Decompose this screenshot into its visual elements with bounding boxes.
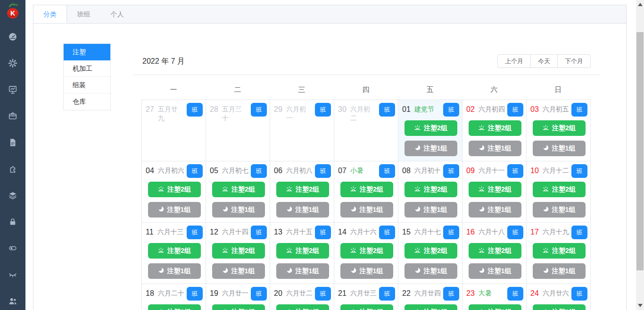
shift-badge-button[interactable]: 班: [251, 164, 267, 178]
day-shift-button[interactable]: 注塑2组: [533, 304, 586, 310]
day-cell-29[interactable]: 29六月初一班: [270, 100, 334, 161]
night-shift-button[interactable]: 注塑1组: [212, 202, 265, 218]
day-cell-14[interactable]: 14六月十六班注塑2组注塑1组: [334, 223, 398, 284]
night-shift-button[interactable]: 注塑1组: [405, 202, 457, 218]
day-shift-button[interactable]: 注塑2组: [533, 182, 586, 197]
night-shift-button[interactable]: 注塑1组: [405, 141, 457, 156]
shift-badge-button[interactable]: 班: [315, 226, 331, 239]
shift-badge-button[interactable]: 班: [507, 103, 523, 117]
day-shift-button[interactable]: 注塑2组: [405, 182, 457, 197]
day-shift-button[interactable]: 注塑2组: [469, 182, 521, 197]
shift-badge-button[interactable]: 班: [443, 226, 459, 239]
shift-badge-button[interactable]: 班: [251, 287, 267, 301]
night-shift-button[interactable]: 注塑1组: [469, 263, 521, 279]
day-shift-button[interactable]: 注塑2组: [469, 304, 521, 310]
shift-badge-button[interactable]: 班: [187, 226, 203, 239]
tab-category[interactable]: 分类: [33, 5, 67, 23]
dashboard-icon[interactable]: [8, 32, 18, 42]
day-cell-12[interactable]: 12六月十四班注塑2组注塑1组: [206, 223, 270, 284]
shift-badge-button[interactable]: 班: [379, 226, 395, 239]
day-cell-17[interactable]: 17六月十九班注塑2组注塑1组: [527, 223, 591, 284]
night-shift-button[interactable]: 注塑1组: [469, 202, 521, 218]
day-cell-05[interactable]: 05六月初七班注塑2组注塑1组: [206, 161, 270, 223]
day-shift-button[interactable]: 注塑2组: [148, 243, 201, 259]
shift-badge-button[interactable]: 班: [315, 103, 331, 117]
day-cell-03[interactable]: 03六月初五班注塑2组注塑1组: [527, 100, 591, 161]
day-shift-button[interactable]: 注塑2组: [533, 120, 586, 136]
night-shift-button[interactable]: 注塑1组: [533, 263, 586, 279]
shift-badge-button[interactable]: 班: [379, 103, 395, 117]
today-button[interactable]: 今天: [530, 54, 558, 68]
day-cell-28[interactable]: 28五月三十班: [206, 100, 270, 161]
night-shift-button[interactable]: 注塑1组: [533, 141, 586, 156]
day-cell-01[interactable]: 01建党节班注塑2组注塑1组: [398, 100, 462, 161]
day-shift-button[interactable]: 注塑2组: [405, 120, 457, 136]
document-icon[interactable]: [8, 137, 18, 148]
eye-closed-icon[interactable]: [8, 269, 18, 280]
day-cell-19[interactable]: 19六月廿一班注塑2组注塑1组: [206, 284, 270, 310]
category-item-warehouse[interactable]: 仓库: [64, 93, 110, 110]
day-shift-button[interactable]: 注塑2组: [276, 182, 329, 197]
page-scrollbar[interactable]: [636, 0, 644, 310]
day-shift-button[interactable]: 注塑2组: [212, 304, 265, 310]
day-shift-button[interactable]: 注塑2组: [469, 243, 521, 259]
shift-badge-button[interactable]: 班: [315, 287, 331, 301]
day-shift-button[interactable]: 注塑2组: [212, 182, 265, 197]
day-shift-button[interactable]: 注塑2组: [276, 304, 329, 310]
day-cell-13[interactable]: 13六月十五班注塑2组注塑1组: [270, 223, 334, 284]
day-shift-button[interactable]: 注塑2组: [340, 304, 393, 310]
shift-badge-button[interactable]: 班: [187, 103, 203, 117]
shift-badge-button[interactable]: 班: [507, 164, 523, 178]
toggle-icon[interactable]: [8, 243, 18, 253]
lock-icon[interactable]: [8, 217, 18, 227]
day-cell-09[interactable]: 09六月十一班注塑2组注塑1组: [462, 161, 527, 223]
scrollbar-down-button[interactable]: [638, 304, 643, 307]
night-shift-button[interactable]: 注塑1组: [212, 263, 265, 279]
app-logo[interactable]: K: [3, 2, 22, 21]
puzzle-icon[interactable]: [8, 164, 18, 174]
day-cell-21[interactable]: 21六月廿三班注塑2组注塑1组: [334, 284, 398, 310]
shift-badge-button[interactable]: 班: [443, 164, 459, 178]
shift-badge-button[interactable]: 班: [571, 226, 587, 239]
day-shift-button[interactable]: 注塑2组: [148, 182, 201, 197]
shift-badge-button[interactable]: 班: [187, 164, 203, 178]
day-cell-10[interactable]: 10六月十二班注塑2组注塑1组: [527, 161, 591, 223]
day-cell-23[interactable]: 23大暑班注塑2组注塑1组: [462, 284, 527, 310]
day-cell-22[interactable]: 22六月廿四班注塑2组注塑1组: [398, 284, 462, 310]
day-shift-button[interactable]: 注塑2组: [276, 243, 329, 259]
gear-icon[interactable]: [8, 58, 18, 68]
category-item-injection[interactable]: 注塑: [64, 44, 110, 60]
next-month-button[interactable]: 下个月: [557, 54, 591, 68]
day-cell-20[interactable]: 20六月廿二班注塑2组注塑1组: [270, 284, 334, 310]
briefcase-icon[interactable]: [8, 111, 18, 121]
shift-badge-button[interactable]: 班: [379, 164, 395, 178]
night-shift-button[interactable]: 注塑1组: [276, 202, 329, 218]
shift-badge-button[interactable]: 班: [571, 103, 587, 117]
day-shift-button[interactable]: 注塑2组: [533, 243, 586, 259]
day-cell-24[interactable]: 24六月廿六班注塑2组注塑1组: [527, 284, 591, 310]
users-icon[interactable]: [8, 296, 18, 306]
category-item-assembly[interactable]: 组装: [64, 77, 110, 93]
day-cell-18[interactable]: 18六月二十班注塑2组注塑1组: [142, 284, 206, 310]
day-cell-30[interactable]: 30六月初二班: [334, 100, 398, 161]
day-cell-08[interactable]: 08六月初十班注塑2组注塑1组: [398, 161, 462, 223]
shift-badge-button[interactable]: 班: [571, 164, 587, 178]
night-shift-button[interactable]: 注塑1组: [533, 202, 586, 218]
day-shift-button[interactable]: 注塑2组: [340, 182, 393, 197]
shift-badge-button[interactable]: 班: [251, 103, 267, 117]
day-shift-button[interactable]: 注塑2组: [148, 304, 201, 310]
night-shift-button[interactable]: 注塑1组: [276, 263, 329, 279]
day-shift-button[interactable]: 注塑2组: [340, 243, 393, 259]
night-shift-button[interactable]: 注塑1组: [340, 202, 393, 218]
prev-month-button[interactable]: 上个月: [497, 54, 531, 68]
category-item-machining[interactable]: 机加工: [64, 60, 110, 77]
day-cell-11[interactable]: 11六月十三班注塑2组注塑1组: [142, 223, 206, 284]
shift-badge-button[interactable]: 班: [251, 226, 267, 239]
night-shift-button[interactable]: 注塑1组: [340, 263, 393, 279]
day-cell-15[interactable]: 15六月十七班注塑2组注塑1组: [398, 223, 462, 284]
tab-team[interactable]: 班组: [67, 5, 100, 23]
shift-badge-button[interactable]: 班: [187, 287, 203, 301]
day-cell-07[interactable]: 07小暑班注塑2组注塑1组: [334, 161, 398, 223]
shift-badge-button[interactable]: 班: [507, 287, 523, 301]
day-cell-04[interactable]: 04六月初六班注塑2组注塑1组: [142, 161, 206, 223]
